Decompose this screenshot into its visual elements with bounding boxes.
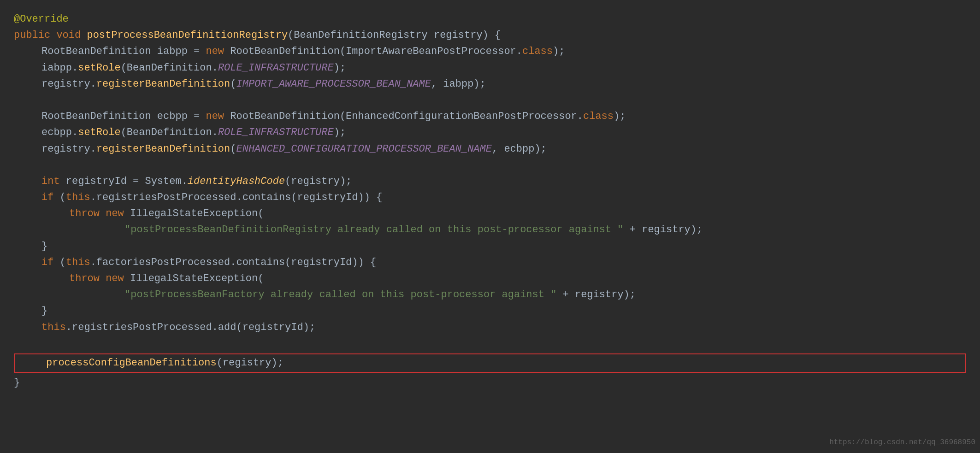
code-container: @Override public void postProcessBeanDef… (0, 0, 980, 453)
method-setRole-1: setRole (78, 62, 120, 74)
line-22-highlighted: processConfigBeanDefinitions(registry); (14, 353, 966, 373)
string-1: "postProcessBeanDefinitionRegistry alrea… (124, 224, 624, 235)
annotation-override: @Override (14, 13, 69, 25)
line-8: ecbpp.setRole(BeanDefinition.ROLE_INFRAS… (14, 124, 966, 141)
line-19: } (14, 303, 966, 319)
line-16: if (this.factoriesPostProcessed.contains… (14, 254, 966, 271)
line-3: RootBeanDefinition iabpp = new RootBeanD… (14, 43, 966, 59)
string-2: "postProcessBeanFactory already called o… (124, 289, 556, 300)
line-2: public void postProcessBeanDefinitionReg… (14, 27, 966, 43)
this-kw-1: this (66, 192, 90, 203)
kw-void: void (56, 29, 81, 41)
this-kw-3: this (41, 322, 66, 333)
line-13: throw new IllegalStateException( (14, 206, 966, 222)
const-import-aware: IMPORT_AWARE_PROCESSOR_BEAN_NAME (236, 78, 431, 90)
kw-throw-2: throw (69, 273, 100, 284)
method-postProcess: postProcessBeanDefinitionRegistry (87, 29, 288, 41)
method-identityHashCode: identityHashCode (188, 176, 285, 187)
kw-class-2: class (583, 111, 614, 122)
line-7: RootBeanDefinition ecbpp = new RootBeanD… (14, 108, 966, 124)
kw-class-1: class (522, 46, 553, 57)
const-enhanced-config: ENHANCED_CONFIGURATION_PROCESSOR_BEAN_NA… (236, 143, 492, 155)
kw-throw-1: throw (69, 208, 100, 219)
url-watermark: https://blog.csdn.net/qq_36968950 (829, 437, 975, 448)
line-9: registry.registerBeanDefinition(ENHANCED… (14, 141, 966, 157)
line-10 (14, 157, 966, 173)
line-12: if (this.registriesPostProcessed.contain… (14, 189, 966, 206)
method-processConfig: processConfigBeanDefinitions (46, 357, 217, 369)
line-23: } (14, 375, 966, 391)
line-11: int registryId = System.identityHashCode… (14, 173, 966, 189)
line-6 (14, 92, 966, 108)
line-5: registry.registerBeanDefinition(IMPORT_A… (14, 76, 966, 92)
const-role-infra-2: ROLE_INFRASTRUCTURE (218, 127, 334, 138)
const-role-infra-1: ROLE_INFRASTRUCTURE (218, 62, 334, 74)
line-20: this.registriesPostProcessed.add(registr… (14, 319, 966, 335)
kw-new-3: new (106, 208, 124, 219)
method-register-2: registerBeanDefinition (96, 143, 230, 155)
kw-public: public (14, 29, 50, 41)
kw-if-2: if (41, 257, 53, 268)
kw-new-1: new (206, 46, 224, 57)
line-4: iabpp.setRole(BeanDefinition.ROLE_INFRAS… (14, 60, 966, 76)
method-register-1: registerBeanDefinition (96, 78, 230, 90)
line-15: } (14, 238, 966, 254)
line-18: "postProcessBeanFactory already called o… (14, 287, 966, 303)
method-setRole-2: setRole (78, 127, 120, 138)
line-21 (14, 335, 966, 352)
kw-int: int (41, 176, 60, 187)
line-14: "postProcessBeanDefinitionRegistry alrea… (14, 222, 966, 238)
this-kw-2: this (66, 257, 90, 268)
kw-new-2: new (206, 111, 224, 122)
line-17: throw new IllegalStateException( (14, 271, 966, 287)
kw-new-4: new (106, 273, 124, 284)
kw-if-1: if (41, 192, 53, 203)
line-1: @Override (14, 11, 966, 27)
